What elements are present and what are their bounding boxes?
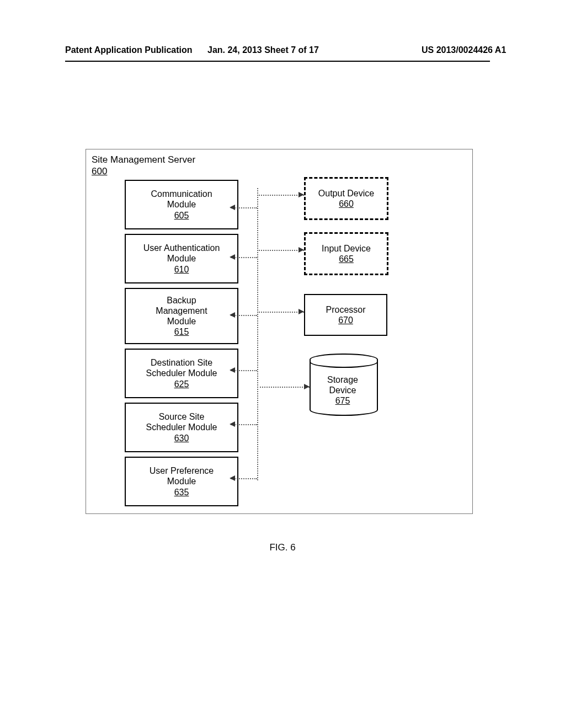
processor-box: Processor 670 xyxy=(304,294,387,336)
module-communication-label: Communication Module xyxy=(151,189,212,210)
storage-device-ref: 675 xyxy=(335,396,350,405)
module-user-auth-ref: 610 xyxy=(174,264,189,275)
module-communication-ref: 605 xyxy=(174,210,189,221)
arrow-module5-icon xyxy=(230,475,235,481)
output-device-ref: 660 xyxy=(339,199,354,209)
processor-ref: 670 xyxy=(338,315,353,325)
module-user-auth: User Authentication Module 610 xyxy=(125,234,238,283)
module-user-auth-label: User Authentication Module xyxy=(143,243,220,264)
page-header: Patent Application Publication Jan. 24, … xyxy=(0,45,565,61)
processor-label: Processor xyxy=(326,304,365,315)
arrow-module0-icon xyxy=(230,205,235,210)
bus-vertical-line xyxy=(257,188,258,480)
storage-device-cylinder: Storage Device 675 xyxy=(310,354,376,420)
container-title-text: Site Management Server xyxy=(92,154,195,165)
arrow-module3-icon xyxy=(230,367,235,373)
output-device-box: Output Device 660 xyxy=(304,177,388,220)
arrow-input-icon xyxy=(299,247,304,253)
conn-processor xyxy=(257,312,304,313)
header-rule xyxy=(65,61,490,62)
conn-output xyxy=(257,195,304,196)
arrow-module2-icon xyxy=(230,312,235,318)
container-title: Site Management Server 600 xyxy=(92,154,195,178)
arrow-module4-icon xyxy=(230,421,235,427)
storage-device-label-wrap: Storage Device 675 xyxy=(310,374,376,406)
input-device-label: Input Device xyxy=(322,243,371,254)
module-backup-mgmt-ref: 615 xyxy=(174,326,189,337)
module-dest-scheduler-ref: 625 xyxy=(174,379,189,389)
arrow-module1-icon xyxy=(230,254,235,260)
module-communication: Communication Module 605 xyxy=(125,180,238,229)
header-right-text: US 2013/0024426 A1 xyxy=(422,45,506,55)
module-dest-scheduler: Destination Site Scheduler Module 625 xyxy=(125,349,238,398)
figure-caption: FIG. 6 xyxy=(0,542,565,553)
storage-device-label: Storage Device xyxy=(327,375,358,395)
header-mid-text: Jan. 24, 2013 Sheet 7 of 17 xyxy=(207,45,319,55)
module-user-preference-ref: 635 xyxy=(174,487,189,497)
arrow-processor-icon xyxy=(299,309,304,314)
patent-page: Patent Application Publication Jan. 24, … xyxy=(0,0,565,728)
module-dest-scheduler-label: Destination Site Scheduler Module xyxy=(146,357,217,378)
conn-input xyxy=(257,250,304,251)
module-user-preference-label: User Preference Module xyxy=(150,465,214,486)
input-device-ref: 665 xyxy=(339,254,354,264)
module-source-scheduler-ref: 630 xyxy=(174,433,189,443)
module-backup-mgmt: Backup Management Module 615 xyxy=(125,288,238,344)
container-ref: 600 xyxy=(92,166,107,176)
module-source-scheduler: Source Site Scheduler Module 630 xyxy=(125,403,238,452)
header-left-text: Patent Application Publication xyxy=(65,45,193,55)
site-management-server-box: Site Management Server 600 Communication… xyxy=(86,149,473,514)
conn-storage xyxy=(257,387,310,388)
output-device-label: Output Device xyxy=(318,188,374,199)
cylinder-top-icon xyxy=(310,354,378,368)
input-device-box: Input Device 665 xyxy=(304,232,388,275)
arrow-storage-icon xyxy=(304,384,310,389)
arrow-output-icon xyxy=(299,192,304,197)
module-backup-mgmt-label: Backup Management Module xyxy=(156,295,207,327)
module-source-scheduler-label: Source Site Scheduler Module xyxy=(146,411,217,432)
module-user-preference: User Preference Module 635 xyxy=(125,457,238,506)
